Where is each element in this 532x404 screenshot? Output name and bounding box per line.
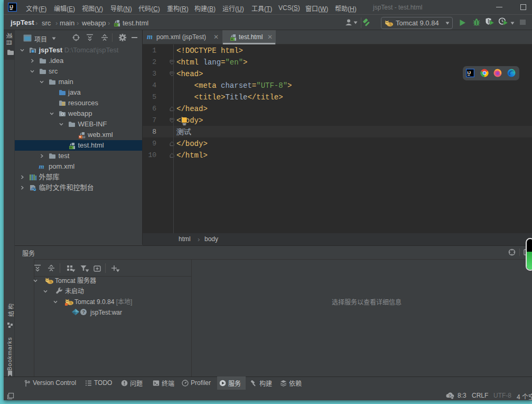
svg-text:H: H [231,38,233,41]
svg-text:H: H [115,23,117,26]
svg-text:IJ: IJ [10,4,13,10]
svg-text:?: ? [82,309,85,315]
svg-text:<: < [79,135,81,139]
svg-text:?: ? [449,393,451,398]
svg-text:IJ: IJ [468,70,471,75]
svg-text:H: H [70,146,72,149]
